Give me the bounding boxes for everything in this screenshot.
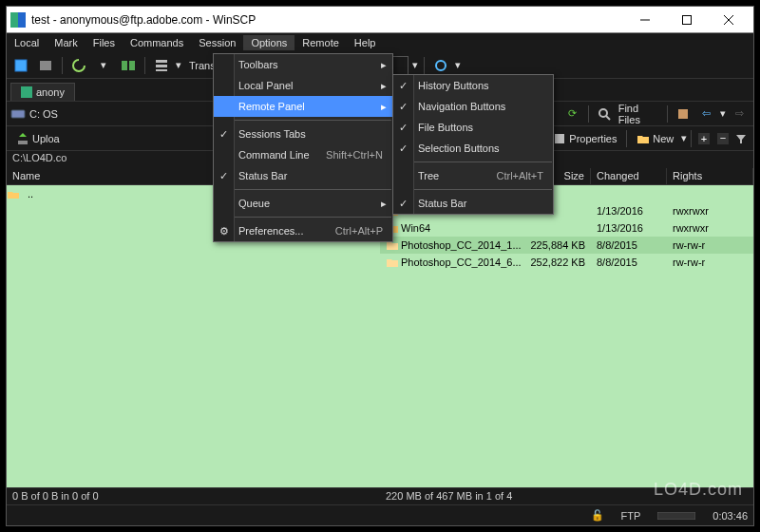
search-icon[interactable] — [595, 104, 615, 124]
new-button[interactable]: New — [631, 130, 679, 147]
minus-icon[interactable]: − — [714, 128, 732, 149]
menu-separator — [394, 162, 552, 162]
file-size: 225,884 KB — [522, 239, 591, 251]
menu-commands[interactable]: Commands — [123, 35, 191, 50]
check-icon: ✓ — [399, 80, 408, 92]
menu-separator — [215, 189, 391, 190]
svg-text:−: − — [719, 133, 725, 143]
menu-mark[interactable]: Mark — [47, 35, 85, 50]
progress-icon — [657, 512, 695, 520]
menu-label: Preferences... — [238, 225, 303, 237]
file-size: 252,822 KB — [522, 256, 591, 268]
new-session-icon[interactable] — [10, 55, 31, 76]
shortcut-label: Ctrl+Alt+T — [496, 170, 543, 181]
col-changed[interactable]: Changed — [591, 168, 667, 184]
properties-icon — [553, 132, 566, 145]
separator — [691, 130, 692, 147]
menu-options[interactable]: Options — [243, 35, 294, 50]
menu-files[interactable]: Files — [86, 35, 123, 50]
svg-rect-3 — [683, 15, 692, 24]
menu-item-navigation-buttons[interactable]: ✓Navigation Buttons — [393, 96, 553, 117]
minimize-button[interactable] — [624, 7, 666, 33]
new-folder-icon — [636, 132, 650, 145]
menu-separator — [394, 189, 552, 190]
find-files-label[interactable]: Find Files — [618, 103, 661, 125]
options-menu: Toolbars▸Local Panel▸Remote Panel▸✓Sessi… — [213, 53, 393, 242]
properties-button[interactable]: Properties — [547, 130, 622, 147]
filter-icon[interactable] — [732, 128, 750, 149]
chevron-down-icon[interactable]: ▾ — [455, 59, 461, 71]
menu-item-file-buttons[interactable]: ✓File Buttons — [393, 117, 553, 138]
menu-label: Local Panel — [238, 80, 294, 91]
maximize-button[interactable] — [666, 7, 708, 33]
menu-local[interactable]: Local — [7, 35, 47, 50]
refresh-icon[interactable] — [430, 55, 451, 76]
svg-rect-15 — [11, 110, 25, 118]
menu-item-preferences-[interactable]: ⚙Preferences...Ctrl+Alt+P — [214, 220, 392, 241]
separator — [588, 105, 589, 123]
sync-icon[interactable] — [68, 55, 89, 76]
menu-item-history-buttons[interactable]: ✓History Buttons — [393, 75, 553, 96]
chevron-down-icon[interactable]: ▾ — [720, 107, 726, 120]
dropdown-icon[interactable]: ▾ — [93, 55, 114, 76]
menu-label: Navigation Buttons — [418, 101, 505, 112]
chevron-down-icon[interactable]: ▾ — [176, 59, 181, 71]
refresh-icon[interactable]: ⟳ — [562, 104, 582, 124]
chevron-down-icon[interactable]: ▾ — [412, 59, 418, 71]
svg-rect-19 — [18, 141, 28, 144]
col-rights[interactable]: Rights — [667, 168, 753, 184]
bookmark-icon[interactable] — [674, 104, 694, 124]
queue-icon[interactable] — [151, 55, 172, 76]
separator — [62, 57, 63, 74]
file-changed: 1/13/2016 — [591, 222, 667, 234]
svg-rect-6 — [15, 60, 27, 71]
svg-rect-12 — [156, 69, 167, 71]
table-row[interactable]: Win641/13/2016rwxrwxr — [380, 219, 753, 237]
file-name: .. — [22, 188, 39, 200]
menu-label: Remote Panel — [238, 101, 305, 112]
plus-icon[interactable]: + — [695, 128, 712, 149]
local-drive-label[interactable]: C: OS — [29, 108, 58, 120]
session-tab[interactable]: anony — [10, 83, 75, 101]
svg-rect-21 — [555, 134, 564, 143]
table-row[interactable]: Photoshop_CC_2014_1...225,884 KB8/8/2015… — [380, 237, 753, 254]
menu-label: History Buttons — [418, 80, 489, 91]
sites-icon[interactable] — [35, 55, 56, 76]
protocol-label: FTP — [621, 510, 641, 522]
menu-label: Selection Buttons — [418, 142, 500, 154]
menu-item-selection-buttons[interactable]: ✓Selection Buttons — [393, 138, 553, 159]
menu-item-sessions-tabs[interactable]: ✓Sessions Tabs — [214, 124, 392, 144]
svg-rect-26 — [657, 512, 695, 520]
upload-button[interactable]: Uploa — [10, 130, 66, 147]
menu-item-toolbars[interactable]: Toolbars▸ — [214, 54, 392, 75]
app-icon — [10, 12, 26, 28]
shortcut-label: Shift+Ctrl+N — [326, 149, 383, 161]
file-rights: rw-rw-r — [667, 239, 753, 251]
menu-item-status-bar[interactable]: ✓Status Bar — [393, 193, 553, 214]
chevron-down-icon[interactable]: ▾ — [681, 132, 687, 144]
titlebar: test - anonymous@ftp.adobe.com - WinSCP — [7, 7, 753, 33]
menu-item-tree[interactable]: TreeCtrl+Alt+T — [393, 165, 553, 186]
server-icon — [21, 86, 32, 98]
menu-help[interactable]: Help — [347, 35, 384, 50]
window-title: test - anonymous@ftp.adobe.com - WinSCP — [31, 13, 624, 27]
menu-item-command-line[interactable]: Command LineShift+Ctrl+N — [214, 144, 392, 165]
local-status: 0 B of 0 B in 0 of 0 — [7, 488, 380, 504]
menu-remote[interactable]: Remote — [294, 35, 347, 50]
menu-item-queue[interactable]: Queue▸ — [214, 193, 392, 214]
menu-item-remote-panel[interactable]: Remote Panel▸ — [214, 96, 392, 117]
menu-session[interactable]: Session — [191, 35, 243, 50]
menu-label: Queue — [238, 198, 270, 209]
forward-arrow-icon[interactable]: ⇨ — [730, 104, 750, 124]
back-arrow-icon[interactable]: ⇦ — [696, 104, 716, 124]
compare-icon[interactable] — [118, 55, 139, 76]
svg-rect-18 — [678, 109, 688, 119]
close-button[interactable] — [708, 7, 750, 33]
separator — [144, 57, 145, 74]
menu-item-local-panel[interactable]: Local Panel▸ — [214, 75, 392, 96]
table-row[interactable]: Photoshop_CC_2014_6...252,822 KB8/8/2015… — [380, 254, 753, 271]
separator — [626, 130, 627, 147]
remote-file-list[interactable]: ..Win321/13/2016rwxrwxrWin641/13/2016rwx… — [380, 185, 753, 487]
menu-item-status-bar[interactable]: ✓Status Bar — [214, 165, 392, 186]
watermark: LO4D.com — [654, 480, 743, 500]
